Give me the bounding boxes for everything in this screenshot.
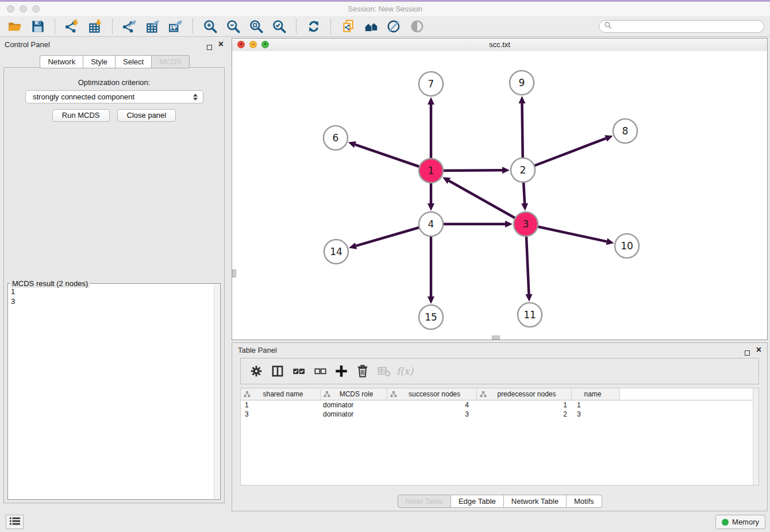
cell-name[interactable]: 1 — [572, 401, 620, 409]
graph-node-4[interactable]: 4 — [419, 212, 443, 236]
float-table-panel-icon[interactable] — [745, 348, 750, 358]
search-icon — [604, 21, 612, 32]
cell-successor-nodes[interactable]: 3 — [387, 410, 477, 418]
gear-icon[interactable] — [245, 361, 267, 381]
graph-edge-3-1[interactable] — [442, 177, 526, 224]
close-panel-icon[interactable]: × — [218, 41, 224, 47]
graph-node-10[interactable]: 10 — [615, 234, 639, 258]
search-box[interactable] — [599, 20, 764, 33]
search-input[interactable] — [615, 22, 764, 31]
attribute-tree-icon — [244, 391, 251, 398]
table-scrollbar[interactable] — [753, 388, 759, 485]
control-tab-select[interactable]: Select — [116, 55, 152, 68]
graph-node-11[interactable]: 11 — [518, 303, 542, 327]
graph-node-2[interactable]: 2 — [511, 158, 535, 182]
run-mcds-button[interactable]: Run MCDS — [52, 109, 110, 122]
network-view-window: × − + scc.txt 7968124314101511 — [232, 38, 768, 340]
cell-shared-name[interactable]: 1 — [241, 401, 321, 409]
column-header-shared-name[interactable]: shared name — [241, 388, 321, 400]
table-row[interactable]: 1dominator411 — [241, 400, 759, 410]
refresh-layout-icon[interactable] — [304, 18, 324, 35]
network-window-title: scc.txt — [232, 38, 767, 51]
svg-text:9: 9 — [519, 77, 525, 88]
task-history-button[interactable] — [6, 515, 24, 529]
table-row[interactable]: 3dominator323 — [241, 410, 759, 419]
graph-node-15[interactable]: 15 — [419, 305, 443, 329]
svg-text:3: 3 — [523, 218, 529, 230]
control-tab-style[interactable]: Style — [83, 55, 116, 68]
table-header-row: shared nameMCDS rolesuccessor nodesprede… — [241, 388, 759, 400]
graph-node-8[interactable]: 8 — [613, 119, 637, 143]
toolbar-separator — [112, 19, 113, 34]
split-columns-icon[interactable] — [267, 361, 288, 381]
graph-edge-1-6[interactable] — [348, 141, 431, 171]
table-tab-motifs[interactable]: Motifs — [567, 495, 602, 508]
clone-network-icon[interactable] — [338, 18, 358, 35]
deselect-all-columns-icon[interactable] — [309, 361, 330, 381]
optimization-criterion-label: Optimization criterion: — [4, 78, 224, 87]
close-table-panel-icon[interactable]: × — [756, 347, 761, 353]
control-panel-header: Control Panel × — [0, 37, 229, 53]
control-tab-mcds[interactable]: MCDS — [152, 55, 189, 68]
horizontal-scrollbar-handle[interactable] — [492, 336, 500, 340]
cell-name[interactable]: 3 — [572, 410, 620, 418]
control-tab-network[interactable]: Network — [40, 55, 83, 68]
table-tab-edge-table[interactable]: Edge Table — [451, 495, 504, 508]
cell-predecessor-nodes[interactable]: 1 — [477, 401, 572, 409]
cell-shared-name[interactable]: 3 — [241, 410, 321, 418]
memory-label: Memory — [732, 518, 759, 526]
table-tab-network-table[interactable]: Network Table — [504, 495, 567, 508]
svg-text:2: 2 — [520, 164, 526, 176]
graph-node-6[interactable]: 6 — [324, 126, 348, 150]
open-session-icon[interactable] — [5, 18, 25, 35]
toggle-style-icon[interactable] — [384, 18, 404, 35]
table-toolbar: f(x) — [240, 358, 759, 384]
column-header-predecessor-nodes[interactable]: predecessor nodes — [477, 388, 572, 400]
graph-node-3[interactable]: 3 — [514, 212, 538, 236]
vertical-scrollbar-handle[interactable] — [232, 269, 236, 277]
result-scrollbar[interactable] — [214, 284, 220, 499]
column-header-name[interactable]: name — [572, 388, 620, 400]
graph-edge-2-8[interactable] — [523, 135, 613, 170]
zoom-selected-icon[interactable] — [270, 18, 289, 35]
first-neighbors-icon[interactable] — [361, 18, 381, 35]
cell-mcds-role[interactable]: dominator — [321, 401, 387, 409]
export-image-icon[interactable] — [166, 18, 186, 35]
graph-node-1[interactable]: 1 — [419, 159, 443, 183]
export-table-icon[interactable] — [143, 18, 163, 35]
select-all-columns-icon[interactable] — [288, 361, 309, 381]
mcds-result-node: 1 — [11, 287, 15, 296]
save-session-icon[interactable] — [28, 18, 48, 35]
zoom-out-icon[interactable] — [224, 18, 243, 35]
svg-text:7: 7 — [428, 78, 434, 90]
import-network-icon[interactable] — [63, 18, 82, 35]
svg-text:8: 8 — [622, 125, 629, 137]
toolbar-icon-groups — [3, 16, 429, 37]
column-header-mcds-role[interactable]: MCDS role — [321, 388, 387, 400]
export-network-icon[interactable] — [120, 18, 140, 35]
close-panel-button[interactable]: Close panel — [117, 109, 176, 122]
network-canvas[interactable]: 7968124314101511 — [232, 51, 767, 340]
memory-button[interactable]: Memory — [715, 515, 765, 529]
status-bar: Memory — [0, 511, 770, 532]
graph-edge-4-14[interactable] — [349, 224, 431, 249]
table-tab-node-table[interactable]: Node Table — [397, 495, 451, 508]
delete-column-icon[interactable] — [352, 361, 373, 381]
cell-mcds-role[interactable]: dominator — [321, 410, 387, 418]
graph-edge-3-10[interactable] — [526, 224, 614, 245]
float-panel-icon[interactable] — [207, 42, 212, 52]
attribute-tree-icon — [390, 391, 397, 398]
graph-node-9[interactable]: 9 — [510, 71, 534, 95]
zoom-fit-icon[interactable] — [247, 18, 266, 35]
optimization-criterion-select[interactable]: strongly connected component — [25, 90, 203, 103]
criterion-selected-value: strongly connected component — [26, 92, 190, 101]
add-column-icon[interactable] — [330, 361, 352, 381]
cell-predecessor-nodes[interactable]: 2 — [477, 410, 572, 418]
graph-node-14[interactable]: 14 — [324, 240, 348, 264]
toolbar-separator — [296, 19, 297, 34]
column-header-successor-nodes[interactable]: successor nodes — [387, 388, 477, 400]
graph-node-7[interactable]: 7 — [419, 72, 443, 96]
cell-successor-nodes[interactable]: 4 — [387, 401, 477, 409]
zoom-in-icon[interactable] — [201, 18, 220, 35]
import-table-icon[interactable] — [86, 18, 105, 35]
